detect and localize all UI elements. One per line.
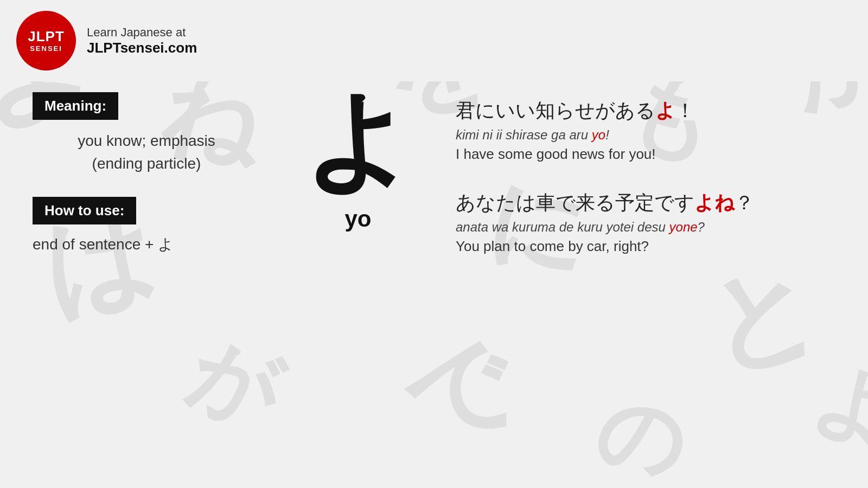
example-2-romaji-before: anata wa kuruma de kuru yotei desu: [456, 220, 669, 234]
example-2-english: You plan to come by car, right?: [456, 238, 835, 255]
example-2-japanese-before: あなたは車で来る予定です: [456, 191, 694, 214]
meaning-section: Meaning: you know; emphasis (ending part…: [33, 92, 260, 175]
how-to-use-text: end of sentence + よ: [33, 234, 260, 255]
main-content: Meaning: you know; emphasis (ending part…: [0, 81, 868, 488]
example-2-romaji: anata wa kuruma de kuru yotei desu yone?: [456, 220, 835, 235]
example-1-english: I have some good news for you!: [456, 146, 835, 163]
example-1: 君にいい知らせがあるよ！ kimi ni ii shirase ga aru y…: [456, 98, 835, 163]
example-2-japanese-after: ？: [735, 191, 754, 214]
example-1-romaji-before: kimi ni ii shirase ga aru: [456, 127, 592, 142]
left-panel: Meaning: you know; emphasis (ending part…: [33, 81, 260, 488]
logo-jlpt-text: JLPT: [28, 29, 65, 43]
how-to-use-section: How to use: end of sentence + よ: [33, 175, 260, 255]
example-1-romaji-highlight: yo: [592, 127, 605, 142]
example-1-japanese-after: ！: [675, 99, 695, 121]
header: JLPT SENSEI Learn Japanese at JLPTsensei…: [0, 0, 868, 81]
example-2-japanese-highlight: よね: [694, 191, 735, 214]
header-text-block: Learn Japanese at JLPTsensei.com: [87, 25, 197, 56]
header-tagline: Learn Japanese at: [87, 25, 197, 40]
example-1-japanese-before: 君にいい知らせがある: [456, 99, 655, 121]
example-2: あなたは車で来る予定ですよね？ anata wa kuruma de kuru …: [456, 190, 835, 255]
example-2-japanese: あなたは車で来る予定ですよね？: [456, 190, 835, 216]
header-website: JLPTsensei.com: [87, 40, 197, 56]
right-panel: 君にいい知らせがあるよ！ kimi ni ii shirase ga aru y…: [456, 81, 835, 488]
logo: JLPT SENSEI: [16, 11, 76, 70]
meaning-text: you know; emphasis (ending particle): [33, 130, 260, 175]
example-2-romaji-after: ?: [698, 220, 705, 234]
meaning-line1: you know; emphasis: [78, 132, 215, 149]
example-1-japanese: 君にいい知らせがあるよ！: [456, 98, 835, 124]
romanization: yo: [344, 206, 371, 232]
how-to-use-label: How to use:: [33, 197, 136, 224]
example-1-romaji: kimi ni ii shirase ga aru yo!: [456, 127, 835, 143]
example-1-romaji-after: !: [605, 127, 609, 142]
main-character: よ: [303, 87, 414, 195]
example-1-japanese-highlight: よ: [655, 99, 675, 121]
center-panel: よ yo: [260, 81, 456, 488]
meaning-line2: (ending particle): [92, 155, 201, 172]
example-2-romaji-highlight: yone: [669, 220, 698, 234]
logo-sensei-text: SENSEI: [30, 44, 62, 53]
meaning-label: Meaning:: [33, 92, 118, 120]
